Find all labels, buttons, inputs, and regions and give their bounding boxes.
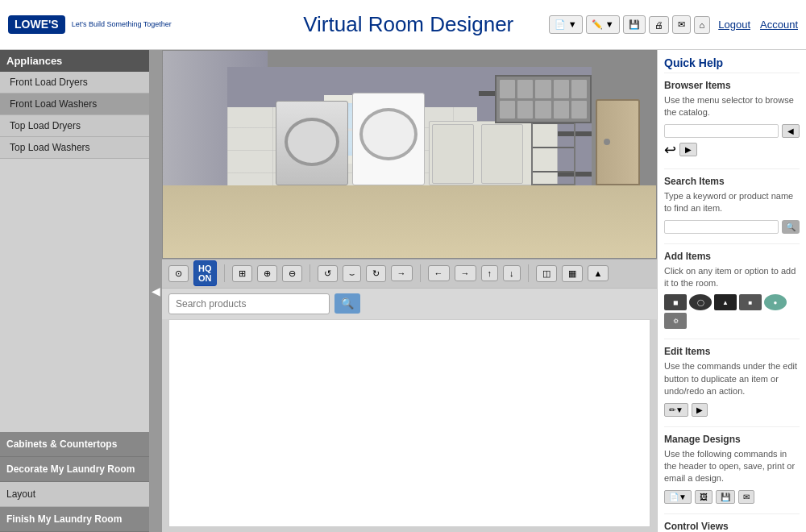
divider-5 (664, 513, 800, 514)
edit-ctrl-row: ✏▼ ▶ (664, 403, 800, 417)
account-link[interactable]: Account (760, 19, 798, 31)
browser-search-input[interactable] (664, 124, 779, 138)
manage-designs-text: Use the following commands in the header… (664, 448, 800, 485)
dryer-drum (359, 108, 418, 160)
browser-items-heading: Browser Items (664, 80, 800, 91)
zoom-out-btn[interactable]: ⊖ (282, 265, 302, 282)
down-btn[interactable]: ↓ (503, 265, 521, 281)
browser-next-btn[interactable]: ▶ (679, 143, 697, 156)
browser-prev-btn[interactable]: ◀ (782, 124, 800, 138)
header-tools: 📄 ▼ ✏️ ▼ 💾 🖨 ✉ ⌂ (549, 15, 711, 34)
sidebar-item-front-load-dryers[interactable]: Front Load Dryers (0, 72, 149, 94)
email-tool-btn[interactable]: ✉ (672, 15, 691, 34)
right-btn[interactable]: → (455, 265, 476, 281)
right-panel: Quick Help Browser Items Use the menu se… (657, 50, 806, 532)
left-sidebar: Appliances Front Load Dryers Front Load … (0, 50, 149, 532)
search-submit-btn[interactable]: 🔍 (334, 293, 360, 314)
3d-view-btn[interactable]: ◫ (536, 265, 557, 282)
sidebar-item-top-load-dryers[interactable]: Top Load Dryers (0, 115, 149, 137)
sidebar-item-decorate[interactable]: Decorate My Laundry Room (0, 457, 149, 482)
file-tool-btn[interactable]: 📄 ▼ (549, 15, 583, 34)
help-edit-items: Edit Items Use the commands under the ed… (664, 346, 800, 416)
toolbar-sep-4 (528, 264, 529, 282)
item-icon-3[interactable]: ▲ (714, 294, 737, 310)
item-icon-6[interactable]: ⚙ (664, 313, 687, 329)
sidebar-item-finish[interactable]: Finish My Laundry Room (0, 507, 149, 532)
up2-btn[interactable]: ▲ (588, 265, 609, 281)
manage-ctrl-btn-1[interactable]: 📄▼ (664, 490, 692, 504)
view-toolbar: ⊙ HQON ⊞ ⊕ ⊖ ↺ ⌣ ↻ → ← → ↑ ↓ ◫ ▦ ▲ (162, 259, 657, 288)
control-views-heading: Control Views (664, 521, 800, 532)
washer-appliance[interactable] (276, 101, 348, 185)
manage-ctrl-btn-3[interactable]: 💾 (716, 490, 735, 504)
divider-1 (664, 168, 800, 169)
help-control-views: Control Views Use the camera toolbar to … (664, 521, 800, 532)
app-title: Virtual Room Designer (303, 12, 513, 37)
room-door (596, 99, 640, 185)
floor (163, 185, 656, 258)
toolbar-sep-1 (224, 264, 225, 282)
help-browser-items: Browser Items Use the menu selector to b… (664, 80, 800, 159)
search-input[interactable] (168, 293, 330, 314)
grid-view-btn[interactable]: ▦ (562, 265, 583, 282)
browser-item-icon: ↩ (664, 141, 676, 159)
center-content: ⊙ HQON ⊞ ⊕ ⊖ ↺ ⌣ ↻ → ← → ↑ ↓ ◫ ▦ ▲ 🔍 (162, 50, 657, 532)
quick-search-input[interactable] (664, 220, 779, 234)
edit-ctrl-btn-2[interactable]: ▶ (692, 403, 708, 417)
header-nav: Logout Account (718, 19, 798, 31)
cabinet-door-2[interactable] (481, 124, 523, 184)
browser-nav-row-2: ↩ ▶ (664, 141, 800, 159)
toolbar-sep-3 (420, 264, 421, 282)
header: LOWE'S Let's Build Something Together Vi… (0, 0, 806, 50)
divider-4 (664, 426, 800, 427)
item-icon-2[interactable]: ◯ (689, 294, 712, 310)
divider-3 (664, 339, 800, 339)
left-btn[interactable]: ← (428, 265, 450, 281)
appliances-header[interactable]: Appliances (0, 50, 149, 72)
edit-tool-btn[interactable]: ✏️ ▼ (586, 15, 620, 34)
help-add-items: Add Items Click on any item or option to… (664, 251, 800, 330)
sidebar-collapse-btn[interactable]: ◀ (149, 50, 162, 532)
layout-btn[interactable]: ⊞ (232, 265, 252, 282)
photo-mode-btn[interactable]: ⊙ (168, 265, 189, 282)
manage-ctrl-row: 📄▼ 🖼 💾 ✉ (664, 490, 800, 504)
edit-items-heading: Edit Items (664, 346, 800, 357)
sidebar-item-top-load-washers[interactable]: Top Load Washers (0, 137, 149, 159)
room-scene (163, 51, 656, 258)
manage-ctrl-btn-2[interactable]: 🖼 (695, 490, 713, 504)
logo: LOWE'S (8, 15, 65, 34)
header-right: 📄 ▼ ✏️ ▼ 💾 🖨 ✉ ⌂ Logout Account (549, 15, 798, 34)
wall-grid (495, 75, 592, 123)
sidebar-item-cabinets[interactable]: Cabinets & Countertops (0, 432, 149, 457)
manage-ctrl-btn-4[interactable]: ✉ (738, 490, 754, 504)
logout-link[interactable]: Logout (718, 19, 750, 31)
fwd-btn[interactable]: → (391, 265, 413, 281)
divider-2 (664, 243, 800, 244)
browser-items-text: Use the menu selector to browse the cata… (664, 94, 800, 119)
save-tool-btn[interactable]: 💾 (623, 15, 646, 34)
up-btn[interactable]: ↑ (481, 265, 499, 281)
search-items-heading: Search Items (664, 176, 800, 187)
cabinet-door-1[interactable] (432, 124, 474, 184)
add-items-text: Click on any item or option to add it to… (664, 265, 800, 290)
orbit-btn[interactable]: ↺ (318, 265, 338, 282)
dryer-appliance[interactable] (352, 93, 425, 185)
item-icon-1[interactable]: ◼ (664, 294, 687, 310)
pan-btn[interactable]: ⌣ (343, 265, 361, 282)
redo-btn[interactable]: ↻ (366, 265, 386, 282)
search-bar: 🔍 (162, 288, 657, 319)
search-items-text: Type a keyword or product name to find a… (664, 190, 800, 215)
print-tool-btn[interactable]: 🖨 (649, 16, 669, 34)
quick-search-btn[interactable]: 🔍 (782, 220, 800, 234)
3d-view (162, 50, 657, 259)
item-icon-5[interactable]: ● (764, 294, 787, 310)
sidebar-item-front-load-washers[interactable]: Front Load Washers (0, 94, 149, 115)
home-tool-btn[interactable]: ⌂ (694, 16, 711, 34)
product-grid-area (168, 319, 650, 528)
sidebar-item-layout[interactable]: Layout (0, 482, 149, 507)
main-layout: Appliances Front Load Dryers Front Load … (0, 50, 806, 532)
hq-mode-btn[interactable]: HQON (193, 260, 217, 286)
zoom-in-btn[interactable]: ⊕ (257, 265, 277, 282)
edit-ctrl-btn-1[interactable]: ✏▼ (664, 403, 688, 417)
item-icon-4[interactable]: ■ (739, 294, 762, 310)
